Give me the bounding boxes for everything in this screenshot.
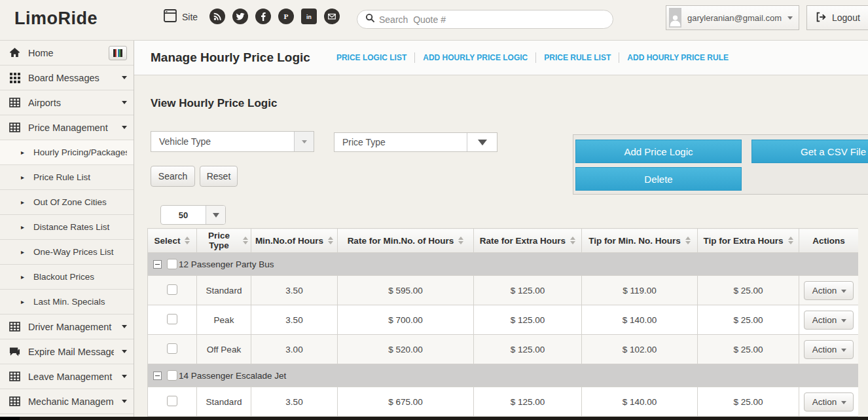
facebook-icon[interactable] xyxy=(255,9,271,24)
sidebar-item-label: Last Min. Specials xyxy=(33,297,127,307)
table-icon xyxy=(9,321,20,332)
reset-button[interactable]: Reset xyxy=(200,166,238,187)
vehicle-type-select[interactable]: Vehicle Type xyxy=(151,131,314,152)
col-header-tip-for-min-no-hours[interactable]: Tip for Min. No. Hours xyxy=(582,229,698,253)
cell-tip-extra-hours: $ 25.00 xyxy=(698,276,799,305)
sidebar-item-mechanic-management[interactable]: Mechanic Management xyxy=(0,389,134,414)
sidebar-item-hourly-pricing-packages[interactable]: ▸Hourly Pricing/Packages xyxy=(0,140,134,165)
sidebar-item-expire-mail-messages[interactable]: Expire Mail Messages xyxy=(0,339,134,364)
cell-rate-extra-hours: $ 125.00 xyxy=(474,387,582,417)
col-header-label: Min.No.of Hours xyxy=(255,236,323,246)
col-header-select[interactable]: Select xyxy=(148,229,197,253)
page-size-select[interactable]: 50 xyxy=(160,205,226,225)
table-row: Standard3.50$ 675.00$ 125.00$ 140.00$ 25… xyxy=(148,387,859,417)
col-header-min-no-of-hours[interactable]: Min.No.of Hours xyxy=(251,229,338,253)
group-select-checkbox[interactable] xyxy=(167,259,177,269)
sidebar-item-driver-management[interactable]: Driver Management xyxy=(0,315,134,339)
sidebar-item-label: Board Messages xyxy=(28,73,114,83)
cell-tip-min-hours: $ 102.00 xyxy=(582,335,698,364)
group-row-14-passenger-escalade-jet: 14 Passenger Escalade Jet xyxy=(148,364,859,387)
arrow-right-icon: ▸ xyxy=(21,248,24,256)
price-logic-table-wrap: SelectPrice TypeMin.No.of HoursRate for … xyxy=(147,228,858,420)
sidebar-item-board-messages[interactable]: Board Messages xyxy=(0,66,134,90)
header-link-add-hourly-price-logic[interactable]: ADD HOURLY PRICE LOGIC xyxy=(415,53,535,62)
chevron-down-icon xyxy=(122,126,127,129)
col-header-price-type[interactable]: Price Type xyxy=(197,229,251,253)
site-link[interactable]: Site xyxy=(162,8,198,26)
layout-toggle-button[interactable] xyxy=(109,46,127,60)
col-header-label: Actions xyxy=(812,236,845,246)
svg-text:P: P xyxy=(284,12,289,20)
cell-price-type: Off Peak xyxy=(197,335,251,364)
header-link-price-logic-list[interactable]: PRICE LOGIC LIST xyxy=(329,53,414,62)
sidebar-item-price-rule-list[interactable]: ▸Price Rule List xyxy=(0,165,134,190)
arrow-right-icon: ▸ xyxy=(21,298,24,305)
col-header-rate-for-extra-hours[interactable]: Rate for Extra Hours xyxy=(474,229,582,253)
arrow-right-icon: ▸ xyxy=(21,174,24,181)
sidebar-item-one-way-prices-list[interactable]: ▸One-Way Prices List xyxy=(0,240,134,265)
search-input[interactable] xyxy=(379,14,605,25)
price-type-value: Price Type xyxy=(335,137,467,147)
price-type-select[interactable]: Price Type xyxy=(334,132,497,152)
add-price-logic-button[interactable]: Add Price Logic xyxy=(575,140,742,163)
dropdown-caret-icon xyxy=(467,133,497,151)
col-header-tip-for-extra-hours[interactable]: Tip for Extra Hours xyxy=(698,229,799,253)
sidebar-item-last-min-specials[interactable]: ▸Last Min. Specials xyxy=(0,290,134,315)
row-select-checkbox[interactable] xyxy=(167,284,177,295)
group-label: 14 Passenger Escalade Jet xyxy=(179,371,286,381)
arrow-right-icon: ▸ xyxy=(21,199,24,206)
page-header: Manage Hourly Price Logic PRICE LOGIC LI… xyxy=(134,41,868,75)
row-select-checkbox[interactable] xyxy=(167,343,177,354)
row-action-button[interactable]: Action xyxy=(804,340,854,359)
pinterest-icon[interactable]: P xyxy=(278,9,294,24)
quote-search[interactable] xyxy=(357,10,613,29)
cell-min-hours: 3.50 xyxy=(251,387,338,417)
arrow-right-icon: ▸ xyxy=(21,149,24,156)
price-logic-table: SelectPrice TypeMin.No.of HoursRate for … xyxy=(147,228,858,417)
top-bar: LimoRide Site Pin garyleranian@gmail.com xyxy=(0,0,868,41)
chat-icon xyxy=(9,346,20,357)
collapse-group-icon[interactable] xyxy=(153,372,162,380)
row-select-checkbox[interactable] xyxy=(167,396,177,406)
sidebar-item-label: Home xyxy=(28,48,101,58)
main-content: Manage Hourly Price Logic PRICE LOGIC LI… xyxy=(134,41,868,420)
email-icon[interactable] xyxy=(324,9,340,24)
sidebar-item-leave-management[interactable]: Leave Management xyxy=(0,364,134,389)
logout-button[interactable]: Logout xyxy=(806,5,868,30)
linkedin-icon[interactable]: in xyxy=(301,9,317,24)
sidebar-item-airports[interactable]: Airports xyxy=(0,90,134,115)
site-label: Site xyxy=(182,12,198,22)
sidebar-item-label: Expire Mail Messages xyxy=(28,347,114,357)
header-link-add-hourly-price-rule[interactable]: ADD HOURLY PRICE RULE xyxy=(619,53,736,62)
row-select-checkbox[interactable] xyxy=(167,314,177,324)
avatar xyxy=(669,8,681,28)
sidebar-item-distance-rates-list[interactable]: ▸Distance Rates List xyxy=(0,215,134,240)
page-size-value: 50 xyxy=(161,210,206,220)
twitter-icon[interactable] xyxy=(232,9,248,24)
row-action-button[interactable]: Action xyxy=(804,311,854,330)
table-icon xyxy=(9,122,20,133)
sidebar-item-out-of-zone-cities[interactable]: ▸Out Of Zone Cities xyxy=(0,190,134,215)
action-label: Action xyxy=(812,286,837,296)
chevron-down-icon xyxy=(122,76,127,79)
sort-icon xyxy=(328,237,333,244)
vehicle-type-value: Vehicle Type xyxy=(151,136,294,147)
rss-icon[interactable] xyxy=(209,9,225,24)
table-icon xyxy=(9,371,20,382)
sidebar-item-label: Driver Management xyxy=(28,322,114,332)
sidebar-item-price-management[interactable]: Price Management xyxy=(0,115,134,140)
user-menu[interactable]: garyleranian@gmail.com xyxy=(666,5,799,30)
group-select-checkbox[interactable] xyxy=(167,370,177,381)
sidebar-item-home[interactable]: Home xyxy=(0,41,134,66)
row-action-button[interactable]: Action xyxy=(804,392,854,411)
header-link-price-rule-list[interactable]: PRICE RULE LIST xyxy=(536,53,619,62)
collapse-group-icon[interactable] xyxy=(153,260,162,269)
col-header-rate-for-min-no-of-hours[interactable]: Rate for Min.No. of Hours xyxy=(338,229,474,253)
col-header-label: Rate for Min.No. of Hours xyxy=(348,236,454,246)
search-button[interactable]: Search xyxy=(151,166,195,187)
row-action-button[interactable]: Action xyxy=(804,281,854,300)
sidebar-item-blackout-prices[interactable]: ▸Blackout Prices xyxy=(0,265,134,290)
col-header-label: Select xyxy=(154,236,181,246)
delete-button[interactable]: Delete xyxy=(575,167,742,191)
get-csv-button[interactable]: Get a CSV File xyxy=(751,140,868,163)
